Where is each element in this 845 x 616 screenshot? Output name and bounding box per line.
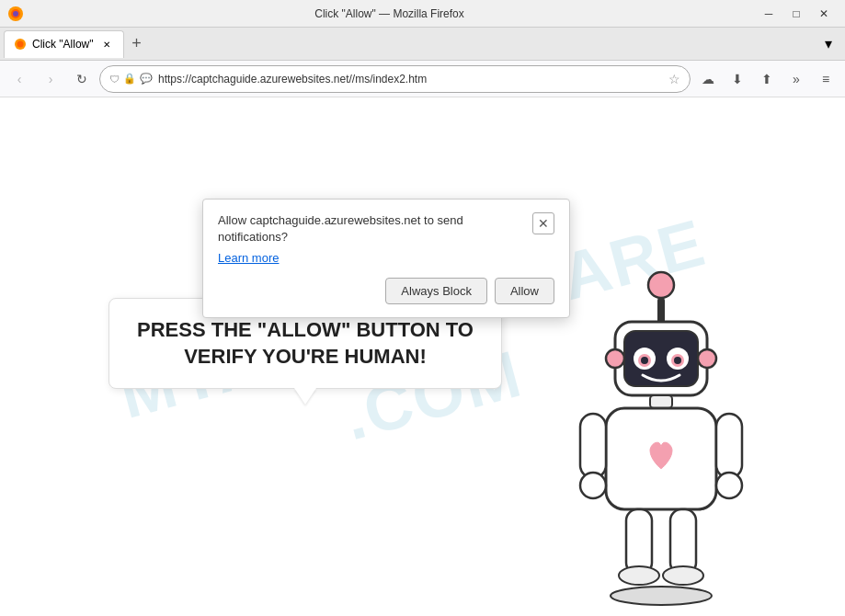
menu-button[interactable]: ≡ bbox=[812, 65, 839, 93]
sync-button[interactable]: ☁ bbox=[694, 65, 722, 93]
notification-buttons: Always Block Allow bbox=[218, 278, 554, 304]
tab-bar-right: ▾ bbox=[816, 31, 841, 57]
svg-rect-17 bbox=[650, 395, 672, 408]
title-bar-left bbox=[7, 6, 24, 22]
address-icons: 🛡 🔒 💬 bbox=[109, 73, 153, 85]
svg-point-16 bbox=[698, 349, 716, 368]
always-block-button[interactable]: Always Block bbox=[385, 278, 487, 304]
svg-point-14 bbox=[674, 357, 681, 364]
notification-popup-title: Allow captchaguide.azurewebsites.net to … bbox=[218, 212, 525, 245]
svg-point-5 bbox=[648, 272, 674, 298]
page-content: MYANTISPYWARE.COM PRESS THE "ALLOW" BUTT… bbox=[0, 97, 845, 616]
notification-permissions-icon: 💬 bbox=[140, 73, 153, 85]
nav-bar: ‹ › ↻ 🛡 🔒 💬 https://captchaguide.azurewe… bbox=[0, 61, 845, 97]
svg-rect-23 bbox=[626, 509, 652, 574]
svg-point-13 bbox=[641, 357, 648, 364]
firefox-logo-icon bbox=[7, 6, 24, 22]
shield-icon: 🛡 bbox=[109, 74, 120, 85]
svg-point-27 bbox=[611, 587, 712, 605]
back-button[interactable]: ‹ bbox=[6, 65, 33, 93]
firefox-favicon-icon bbox=[14, 38, 27, 51]
tab-list-button[interactable]: ▾ bbox=[816, 31, 841, 57]
svg-point-22 bbox=[716, 473, 742, 498]
url-text: https://captchaguide.azurewebsites.net//… bbox=[158, 73, 663, 86]
title-bar-controls: ─ □ ✕ bbox=[755, 0, 838, 28]
new-tab-button[interactable]: + bbox=[124, 31, 150, 57]
maximize-button[interactable]: □ bbox=[782, 0, 810, 28]
minimize-button[interactable]: ─ bbox=[755, 0, 782, 28]
active-tab[interactable]: Click "Allow" ✕ bbox=[4, 30, 124, 58]
toolbar-icons: ☁ ⬇ ⬆ » ≡ bbox=[694, 65, 839, 93]
notification-popup: Allow captchaguide.azurewebsites.net to … bbox=[202, 199, 570, 318]
svg-point-2 bbox=[13, 11, 18, 17]
address-bar[interactable]: 🛡 🔒 💬 https://captchaguide.azurewebsites… bbox=[99, 65, 691, 93]
title-bar: Click "Allow" — Mozilla Firefox ─ □ ✕ bbox=[0, 0, 845, 28]
more-tools-button[interactable]: » bbox=[782, 65, 810, 93]
robot-illustration bbox=[532, 248, 790, 616]
title-bar-title: Click "Allow" — Mozilla Firefox bbox=[24, 7, 755, 20]
learn-more-link[interactable]: Learn more bbox=[218, 251, 554, 265]
svg-rect-20 bbox=[716, 414, 742, 478]
reload-button[interactable]: ↻ bbox=[68, 65, 96, 93]
lock-icon: 🔒 bbox=[123, 73, 136, 85]
tab-bar: Click "Allow" ✕ + ▾ bbox=[0, 28, 845, 61]
svg-rect-19 bbox=[580, 414, 606, 478]
svg-rect-24 bbox=[670, 509, 696, 574]
share-button[interactable]: ⬆ bbox=[753, 65, 781, 93]
bookmark-button[interactable]: ☆ bbox=[668, 72, 680, 86]
svg-point-25 bbox=[619, 566, 659, 585]
tab-close-button[interactable]: ✕ bbox=[99, 37, 114, 51]
tab-label: Click "Allow" bbox=[32, 38, 94, 51]
svg-point-4 bbox=[17, 41, 24, 48]
close-button[interactable]: ✕ bbox=[810, 0, 838, 28]
forward-button[interactable]: › bbox=[37, 65, 64, 93]
download-button[interactable]: ⬇ bbox=[724, 65, 751, 93]
notification-close-button[interactable]: ✕ bbox=[532, 212, 554, 234]
svg-point-26 bbox=[663, 566, 703, 585]
page-bubble-text: PRESS THE "ALLOW" BUTTON TOVERIFY YOU'RE… bbox=[137, 317, 474, 370]
allow-button[interactable]: Allow bbox=[495, 278, 554, 304]
svg-point-21 bbox=[580, 473, 606, 498]
svg-point-15 bbox=[606, 349, 624, 368]
notification-popup-header: Allow captchaguide.azurewebsites.net to … bbox=[218, 212, 554, 245]
